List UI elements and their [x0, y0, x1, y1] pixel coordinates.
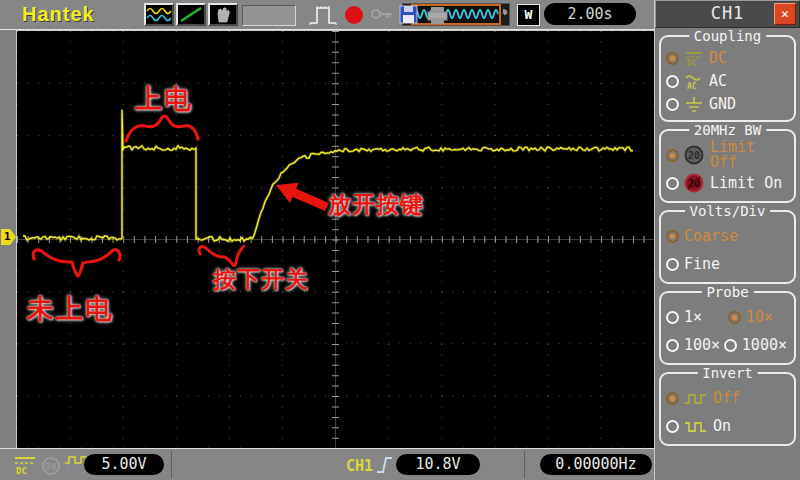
divider — [524, 451, 525, 478]
hand-icon — [210, 5, 236, 24]
radio-icon — [728, 311, 741, 324]
radio-icon — [666, 52, 679, 65]
option-coupling-gnd[interactable]: GND — [666, 93, 791, 116]
divider — [171, 451, 172, 478]
radio-icon — [666, 258, 679, 271]
svg-text:AC: AC — [687, 82, 697, 90]
cursor-line-button[interactable] — [176, 3, 206, 26]
section-title-volts-div: Volts/Div — [685, 203, 771, 219]
hantek-logo: Hantek — [22, 3, 95, 26]
label-not-powered: 未上电 — [27, 291, 114, 327]
section-title-bandwidth: 20MHz BW — [689, 122, 766, 138]
waveform-display-button[interactable] — [144, 3, 174, 26]
rising-edge-icon — [376, 454, 394, 475]
trigger-channel-label: CH1 — [346, 457, 373, 475]
svg-text:20: 20 — [46, 462, 57, 472]
invert-off-icon — [684, 391, 708, 406]
option-probe-1x[interactable]: 1× — [666, 303, 728, 331]
dual-wave-icon — [146, 5, 172, 24]
hand-drag-button[interactable] — [208, 3, 238, 26]
annotation-overlay — [17, 31, 654, 448]
svg-text:20: 20 — [688, 150, 700, 161]
section-title-invert: Invert — [697, 365, 758, 381]
frequency-readout: 0.00000Hz — [540, 454, 652, 475]
option-probe-1000x[interactable]: 1000× — [724, 331, 791, 359]
option-invert-on[interactable]: On — [666, 412, 791, 440]
radio-icon — [666, 392, 679, 405]
key-lock-icon — [370, 7, 394, 21]
radio-icon — [666, 177, 679, 190]
w-window-badge[interactable]: W — [517, 4, 540, 26]
bw-20-status-icon: 20 — [41, 456, 61, 476]
label-release-button: 放开按键 — [328, 189, 424, 220]
dc-coupling-icon: DC — [684, 50, 704, 67]
radio-icon — [666, 311, 679, 324]
invert-on-icon — [684, 419, 708, 434]
status-readout-box — [242, 5, 296, 26]
gnd-coupling-icon — [684, 96, 704, 113]
radio-icon — [666, 75, 679, 88]
brace-not-powered — [33, 250, 120, 276]
section-invert: Invert Off On — [659, 372, 796, 446]
bw-20-on-icon: 20 — [684, 173, 705, 194]
option-probe-100x[interactable]: 100× — [666, 331, 724, 359]
diagonal-line-icon — [178, 5, 204, 24]
section-coupling: Coupling DC DC AC AC GND — [659, 35, 796, 122]
record-icon[interactable] — [344, 5, 364, 25]
option-coupling-ac[interactable]: AC AC — [666, 70, 791, 93]
option-bw-limit-on[interactable]: 20 Limit On — [666, 169, 791, 197]
radio-icon — [666, 149, 679, 162]
dc-status-icon: DC — [13, 455, 37, 476]
option-invert-off[interactable]: Off — [666, 384, 791, 412]
section-volts-div: Volts/Div Coarse Fine — [659, 210, 796, 284]
radio-icon — [666, 420, 679, 433]
panel-header: CH1 ✕ — [655, 0, 800, 28]
brace-press-switch — [199, 246, 244, 266]
radio-icon — [724, 339, 737, 352]
trigger-level-readout: 10.8V — [396, 454, 480, 475]
section-probe: Probe 1× 10× 100× 1000× — [659, 291, 796, 365]
ch1-menu-panel: CH1 ✕ Coupling DC DC AC AC — [654, 0, 800, 480]
label-press-switch: 按下开关 — [213, 264, 309, 295]
option-vdiv-fine[interactable]: Fine — [666, 250, 791, 278]
option-bw-limit-off[interactable]: 20 Limit Off — [666, 141, 791, 169]
volts-div-readout: 5.00V — [84, 454, 164, 475]
radio-icon — [666, 230, 679, 243]
channel-1-marker[interactable]: 1 — [1, 229, 16, 245]
status-bar: DC 20 5.00V CH1 10.8V 0.00000Hz — [0, 448, 654, 480]
scope-display: 上电 未上电 按下开关 放开按键 — [16, 30, 655, 449]
svg-text:DC: DC — [16, 466, 27, 476]
brace-power-on — [126, 116, 198, 141]
section-bandwidth: 20MHz BW 20 Limit Off 20 Limit On — [659, 129, 796, 203]
ac-coupling-icon: AC — [684, 73, 704, 90]
timebase-readout: 2.00s — [544, 3, 636, 25]
release-arrow-icon — [276, 183, 329, 211]
radio-icon — [666, 98, 679, 111]
pulse-icon — [308, 4, 340, 26]
radio-icon — [666, 339, 679, 352]
print-icon — [426, 5, 450, 25]
bw-20-off-icon: 20 — [684, 145, 705, 166]
label-power-on: 上电 — [135, 81, 193, 117]
section-title-coupling: Coupling — [689, 28, 766, 44]
section-title-probe: Probe — [701, 284, 753, 300]
option-probe-10x[interactable]: 10× — [728, 303, 790, 331]
save-floppy-icon[interactable] — [398, 4, 420, 26]
svg-text:DC: DC — [687, 59, 697, 67]
close-icon[interactable]: ✕ — [774, 3, 796, 25]
option-coupling-dc[interactable]: DC DC — [666, 47, 791, 70]
option-vdiv-coarse[interactable]: Coarse — [666, 222, 791, 250]
